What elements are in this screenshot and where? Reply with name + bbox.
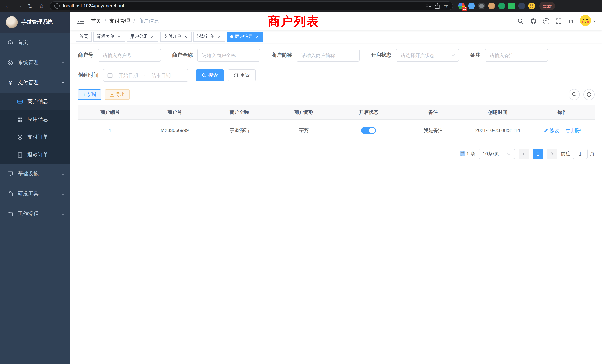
reset-button[interactable]: 重置 bbox=[228, 69, 256, 81]
start-date-input[interactable] bbox=[115, 73, 142, 78]
sidebar-item-workflow[interactable]: 工作流程 bbox=[0, 204, 70, 224]
sidebar-logo[interactable]: 芋道管理系统 bbox=[0, 12, 70, 33]
breadcrumb: 首页 / 支付管理 / 商户信息 bbox=[91, 18, 159, 24]
extension-badge-count: 10 bbox=[462, 7, 467, 11]
help-icon[interactable]: ? bbox=[543, 18, 549, 24]
browser-forward-button[interactable]: → bbox=[14, 1, 24, 11]
sidebar-item-label: 支付管理 bbox=[18, 79, 39, 86]
next-page-button[interactable] bbox=[547, 149, 557, 159]
extension-avatar-icon[interactable] bbox=[488, 3, 495, 9]
fullscreen-icon[interactable] bbox=[556, 18, 561, 24]
address-bar[interactable]: i localhost:1024/pay/merchant ☆ bbox=[50, 1, 453, 10]
sidebar-item-label: 研发工具 bbox=[18, 191, 39, 197]
merchant-no-input[interactable] bbox=[98, 49, 161, 62]
cell-actions: 修改 删除 bbox=[530, 119, 595, 141]
header-search-icon[interactable] bbox=[517, 18, 524, 24]
add-button[interactable]: + 新增 bbox=[78, 89, 101, 100]
sidebar-item-infrastructure[interactable]: 基础设施 bbox=[0, 164, 70, 184]
breadcrumb-home[interactable]: 首页 bbox=[91, 18, 101, 24]
close-icon[interactable]: × bbox=[216, 34, 222, 39]
date-range-picker[interactable]: - bbox=[103, 69, 188, 82]
tab-merchant-info[interactable]: 商户信息 × bbox=[227, 32, 263, 41]
site-info-icon[interactable]: i bbox=[54, 3, 60, 9]
sidebar-item-dev-tools[interactable]: 研发工具 bbox=[0, 184, 70, 204]
browser-menu-button[interactable]: ⋮ bbox=[556, 3, 564, 9]
sidebar-subitem-app-info[interactable]: 应用信息 bbox=[0, 110, 70, 128]
merchant-fullname-input[interactable] bbox=[197, 49, 260, 62]
chevron-down-icon bbox=[507, 152, 511, 156]
close-icon[interactable]: × bbox=[255, 34, 260, 39]
tab-label: 用户分组 bbox=[130, 33, 148, 40]
sidebar-item-system[interactable]: 系统管理 bbox=[0, 53, 70, 73]
browser-reload-button[interactable]: ↻ bbox=[25, 1, 36, 11]
extension-note-icon[interactable] bbox=[508, 3, 515, 9]
delete-link[interactable]: 删除 bbox=[566, 127, 581, 134]
refresh-button[interactable] bbox=[583, 89, 595, 100]
tab-label: 商户信息 bbox=[235, 33, 253, 40]
edit-link[interactable]: 修改 bbox=[544, 127, 559, 134]
extension-badge-icon[interactable]: 10 bbox=[458, 3, 465, 9]
sidebar-item-home[interactable]: 首页 bbox=[0, 33, 70, 53]
page-size-value: 10条/页 bbox=[483, 150, 499, 157]
browser-home-button[interactable]: ⌂ bbox=[36, 1, 47, 11]
sidebar-subitem-label: 支付订单 bbox=[27, 134, 48, 140]
sidebar-subitem-merchant-info[interactable]: 商户信息 bbox=[0, 93, 70, 110]
page-1-button[interactable]: 1 bbox=[533, 149, 543, 159]
browser-back-button[interactable]: ← bbox=[3, 1, 13, 11]
extension-drop-icon[interactable] bbox=[468, 3, 475, 9]
sidebar-subitem-refund-order[interactable]: 退款订单 bbox=[0, 146, 70, 164]
prev-page-button[interactable] bbox=[519, 149, 529, 159]
column-header-status: 开启状态 bbox=[336, 105, 401, 119]
chevron-up-icon bbox=[61, 80, 65, 85]
column-header-create-time: 创建时间 bbox=[465, 105, 530, 119]
bookmark-star-icon[interactable]: ☆ bbox=[443, 3, 448, 9]
close-icon[interactable]: × bbox=[116, 34, 122, 39]
breadcrumb-separator: / bbox=[105, 18, 106, 24]
browser-update-button[interactable]: 更新 bbox=[539, 2, 555, 10]
sidebar-fold-icon[interactable] bbox=[76, 17, 86, 25]
sidebar-item-payment[interactable]: ¥ 支付管理 bbox=[0, 73, 70, 93]
github-icon[interactable] bbox=[530, 18, 537, 24]
tab-label: 流程表单 bbox=[97, 33, 115, 40]
password-key-icon[interactable] bbox=[425, 3, 431, 9]
pagination-total: 共 1 条 bbox=[460, 150, 475, 157]
remark-label: 备注 bbox=[470, 52, 480, 59]
tab-label: 首页 bbox=[79, 33, 88, 40]
user-menu[interactable] bbox=[580, 15, 596, 27]
end-date-input[interactable] bbox=[148, 73, 174, 78]
monitor-icon bbox=[7, 171, 13, 177]
goto-page-suffix: 页 bbox=[590, 150, 595, 157]
share-icon[interactable] bbox=[435, 3, 440, 9]
extension-green-circle-icon[interactable] bbox=[498, 3, 505, 9]
tab-user-group[interactable]: 用户分组 × bbox=[127, 32, 158, 41]
pagination-total-text: 1 条 bbox=[465, 151, 475, 156]
chevron-down-icon bbox=[61, 172, 65, 176]
status-select[interactable] bbox=[396, 49, 459, 62]
close-icon[interactable]: × bbox=[183, 34, 188, 39]
show-search-button[interactable] bbox=[569, 89, 580, 100]
url-text[interactable]: localhost:1024/pay/merchant bbox=[63, 3, 124, 9]
merchant-shortname-input[interactable] bbox=[297, 49, 360, 62]
tab-label: 支付订单 bbox=[163, 33, 181, 40]
export-button[interactable]: 导出 bbox=[105, 89, 129, 100]
remark-input[interactable] bbox=[485, 49, 548, 62]
column-header-remark: 备注 bbox=[401, 105, 466, 119]
close-icon[interactable]: × bbox=[150, 34, 155, 39]
extension-dark-icon[interactable] bbox=[518, 3, 525, 9]
search-button[interactable]: 搜索 bbox=[196, 69, 224, 81]
status-toggle[interactable] bbox=[361, 127, 376, 134]
tab-process-form[interactable]: 流程表单 × bbox=[93, 32, 125, 41]
font-size-icon[interactable]: TT bbox=[568, 18, 573, 24]
goto-page-input[interactable] bbox=[573, 149, 588, 159]
extension-smiley-icon[interactable] bbox=[528, 3, 535, 9]
card-icon bbox=[17, 99, 23, 105]
tab-refund-order[interactable]: 退款订单 × bbox=[194, 32, 225, 41]
yen-icon: ¥ bbox=[7, 79, 13, 86]
sidebar-subitem-pay-order[interactable]: 支付订单 bbox=[0, 128, 70, 146]
extension-disc-icon[interactable] bbox=[478, 3, 485, 9]
breadcrumb-payment[interactable]: 支付管理 bbox=[109, 18, 130, 24]
tab-home[interactable]: 首页 bbox=[76, 32, 92, 41]
edit-link-label: 修改 bbox=[549, 127, 559, 134]
page-size-select[interactable]: 10条/页 bbox=[479, 149, 515, 159]
tab-pay-order[interactable]: 支付订单 × bbox=[160, 32, 192, 41]
